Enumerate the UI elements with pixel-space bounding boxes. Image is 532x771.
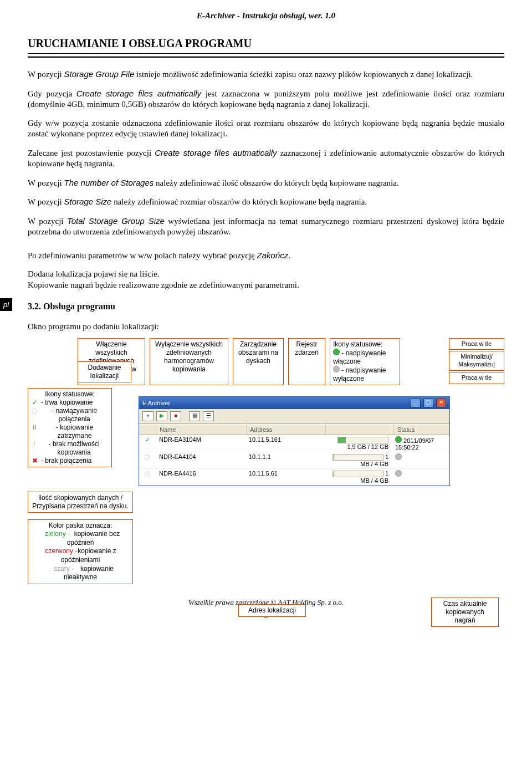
overwrite-off-icon	[395, 470, 402, 477]
callout-add-location: Dodawanie lokalizacji	[78, 361, 131, 382]
paragraph-7: W pozycji Total Storage Group Size wyświ…	[28, 216, 504, 238]
callout-minmax: Minimalizuj/ Maksymalizuj	[449, 351, 504, 371]
row-status-icon: ◌	[139, 452, 156, 468]
page-header: E-Archiver - Instrukcja obsługi, wer. 1.…	[28, 11, 504, 21]
paragraph-2: Gdy pozycja Create storage files autmati…	[28, 88, 504, 110]
enable-all-button[interactable]: ▶	[156, 411, 167, 421]
app-title: E Archiver	[142, 400, 170, 406]
status-warn-icon: !	[31, 440, 37, 448]
row-status	[392, 469, 449, 485]
event-log-button[interactable]: ☰	[203, 411, 214, 421]
row-status-icon: ✓	[139, 435, 156, 452]
overwrite-off-icon	[395, 453, 402, 460]
paragraph-3: Gdy w/w pozycja zostanie odznaczona zdef…	[28, 118, 504, 140]
language-tab: pl	[0, 298, 12, 311]
figure-intro: Okno programu po dodaniu lokalizacji:	[28, 321, 504, 333]
close-button[interactable]: ✕	[436, 399, 446, 407]
row-name: NDR-EA4104	[156, 452, 245, 468]
row-address: 10.1.1.1	[245, 452, 324, 468]
list-body: ✓ NDR-EA3104M 10.11.5.161 1,9 GB / 12 GB…	[139, 435, 449, 486]
status-ok-icon: ✓	[31, 399, 39, 407]
overwrite-off-icon	[333, 366, 340, 372]
callout-tray2: Praca w tle	[449, 372, 504, 384]
col-address[interactable]: Address	[247, 425, 326, 435]
maximize-button[interactable]: ▢	[423, 399, 433, 407]
callout-copy-time: Czas aktualnie kopiowanych nagrań	[431, 598, 499, 627]
overwrite-on-icon	[395, 436, 402, 443]
callout-bar-colors: Kolor paska oznacza: zielony -kopiowanie…	[28, 519, 133, 584]
paragraph-5: W pozycji The number of Storages należy …	[28, 177, 504, 189]
disable-all-button[interactable]: ■	[170, 411, 181, 421]
add-location-button[interactable]: ＋	[142, 411, 154, 421]
table-row[interactable]: ◌ NDR-EA4104 10.1.1.1 1 MB / 4 GB	[139, 452, 449, 469]
row-status: 2011/09/07 15:50:22	[392, 435, 449, 452]
paragraph-8: Po zdefiniowaniu parametrów w w/w polach…	[28, 250, 504, 262]
paragraph-10: Kopiowanie nagrań będzie realizowane zgo…	[28, 280, 504, 291]
app-window: E Archiver _ ▢ ✕ ＋ ▶ ■ ▤ ☰ Name Address	[139, 396, 450, 486]
storage-manage-button[interactable]: ▤	[189, 411, 200, 421]
overwrite-on-icon	[333, 349, 340, 355]
row-address: 10.11.5.161	[245, 435, 324, 452]
callout-tray: Praca w tle	[449, 338, 504, 350]
col-name[interactable]: Name	[156, 425, 247, 435]
app-toolbar: ＋ ▶ ■ ▤ ☰	[139, 409, 449, 424]
app-titlebar: E Archiver _ ▢ ✕	[139, 397, 449, 409]
callout-location-address: Adres lokalizacji	[238, 604, 306, 617]
row-status	[392, 452, 449, 468]
main-heading: URUCHAMIANIE I OBSŁUGA PROGRAMU	[28, 37, 504, 50]
paragraph-9: Dodana lokalizacja pojawi się na liście.	[28, 269, 504, 280]
row-space: 1,9 GB / 12 GB	[324, 435, 392, 452]
paragraph-4: Zalecane jest pozostawienie pozycji Crea…	[28, 147, 504, 170]
callout-overwrite-icons: Ikony statusowe: - nadpisywanie włączone…	[330, 338, 400, 385]
callout-status-icons: Ikony statusowe: ✓- trwa kopiowanie ◌- n…	[28, 388, 112, 467]
callout-event-log: Rejestr zdarzeń	[288, 338, 325, 385]
table-row[interactable]: ✓ NDR-EA3104M 10.11.5.161 1,9 GB / 12 GB…	[139, 435, 449, 452]
row-name: NDR-EA3104M	[156, 435, 245, 452]
row-space: 1 MB / 4 GB	[324, 452, 392, 468]
list-header: Name Address Status	[139, 424, 449, 435]
callout-copied-data: Ilość skopiowanych danych / Przypisana p…	[28, 492, 133, 513]
status-error-icon: ✖	[31, 457, 39, 465]
row-space: 1 MB / 4 GB	[324, 469, 392, 485]
callout-disable-all: Wyłączenie wszystkich zdefiniowanych har…	[150, 338, 228, 385]
paragraph-1: W pozycji Storage Group File istnieje mo…	[28, 69, 504, 80]
paragraph-6: W pozycji Storage Size należy zdefiniowa…	[28, 196, 504, 208]
status-stopped-icon: ⏸	[31, 423, 38, 432]
annotated-figure: Włączenie wszystkich zdefiniowanych harm…	[28, 338, 504, 584]
status-connecting-icon: ◌	[31, 407, 38, 415]
table-row[interactable]: ◌ NDR-EA4416 10.11.5.61 1 MB / 4 GB	[139, 469, 449, 486]
minimize-button[interactable]: _	[411, 399, 421, 407]
section-heading: 3.2. Obsługa programu	[28, 302, 504, 312]
row-status-icon: ◌	[139, 469, 156, 485]
row-address: 10.11.5.61	[245, 469, 324, 485]
callout-manage-storage: Zarządzanie obszarami na dyskach	[233, 338, 284, 385]
col-status[interactable]: Status	[394, 425, 449, 435]
row-name: NDR-EA4416	[156, 469, 245, 485]
heading-rule	[28, 53, 504, 58]
